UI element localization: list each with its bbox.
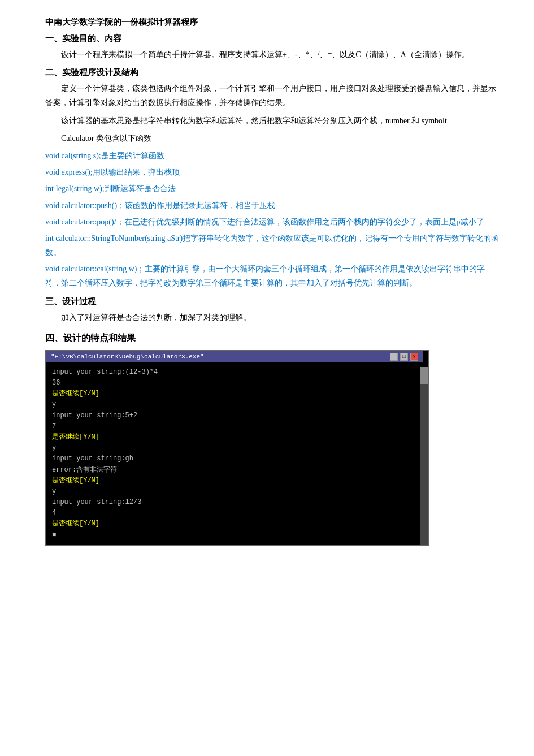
terminal-window: "F:\VB\calculator3\Debug\calculator3.exe… xyxy=(45,350,429,546)
terminal-line-2: 是否继续[Y/N] xyxy=(52,388,417,399)
page-title: 中南大学数学学院的一份模拟计算器程序 xyxy=(45,17,500,28)
section1-para1: 设计一个程序来模拟一个简单的手持计算器。程序支持算术运算+、-、*、/、=、以及… xyxy=(45,47,500,62)
section2-heading: 二、实验程序设计及结构 xyxy=(45,67,500,78)
terminal-line-14: 是否继续[Y/N] xyxy=(52,519,417,529)
code-line-1: void express();用以输出结果，弹出栈顶 xyxy=(45,165,500,179)
terminal-output: input your string:(12-3)*4 36 是否继续[Y/N] … xyxy=(52,367,417,541)
terminal-line-4: input your string:5+2 xyxy=(52,411,417,421)
code-line-0: void cal(string s);是主要的计算函数 xyxy=(45,149,500,163)
section2-para1: 定义一个计算器类，该类包括两个组件对象，一个计算引擎和一个用户接口，用户接口对象… xyxy=(45,81,500,110)
code-line-4: void calculator::pop()/；在已进行优先级判断的情况下进行合… xyxy=(45,215,500,229)
terminal-line-7: y xyxy=(52,443,417,453)
scrollbar-thumb[interactable] xyxy=(420,367,428,384)
section3-para: 加入了对运算符是否合法的判断，加深了对类的理解。 xyxy=(45,310,500,325)
code-line-2: intlegal(string w);判断运算符是否合法 xyxy=(45,182,500,196)
terminal-title-text: "F:\VB\calculator3\Debug\calculator3.exe… xyxy=(51,353,204,360)
code-line-3: void calculator::push()；该函数的作用是记录此运算符，相当… xyxy=(45,198,500,213)
section4-heading: 四、设计的特点和结果 xyxy=(45,332,500,344)
section2-para2: 该计算器的基本思路是把字符串转化为数字和运算符，然后把数字和运算符分别压入两个栈… xyxy=(45,114,500,128)
terminal-line-12: input your string:12/3 xyxy=(52,497,417,508)
close-button[interactable]: ✕ xyxy=(410,353,418,361)
int-keyword: int xyxy=(45,182,54,196)
terminal-line-11: y xyxy=(52,486,417,497)
section1-heading: 一、实验目的、内容 xyxy=(45,33,500,44)
terminal-line-6: 是否继续[Y/N] xyxy=(52,432,417,443)
scrollbar[interactable] xyxy=(420,367,428,545)
terminal-line-1: 36 xyxy=(52,378,417,388)
terminal-line-10: 是否继续[Y/N] xyxy=(52,476,417,486)
window-controls[interactable]: _ □ ✕ xyxy=(390,353,418,361)
code-line-2-rest: legal(string w);判断运算符是否合法 xyxy=(56,182,176,196)
terminal-line-9: error:含有非法字符 xyxy=(52,465,417,476)
section2-para3: Calculator 类包含以下函数 xyxy=(45,131,500,145)
code-line-5: int calculator::StringToNumber(string aS… xyxy=(45,231,500,260)
terminal-line-5: 7 xyxy=(52,421,417,432)
terminal-titlebar: "F:\VB\calculator3\Debug\calculator3.exe… xyxy=(46,351,423,362)
restore-button[interactable]: □ xyxy=(400,353,408,361)
terminal-line-13: 4 xyxy=(52,508,417,519)
terminal-line-3: y xyxy=(52,399,417,410)
terminal-line-0: input your string:(12-3)*4 xyxy=(52,367,417,378)
terminal-line-15: ■ xyxy=(52,530,417,541)
section3-heading: 三、设计过程 xyxy=(45,296,500,307)
minimize-button[interactable]: _ xyxy=(390,353,398,361)
terminal-line-8: input your string:gh xyxy=(52,453,417,464)
code-line-6: void calculator::cal(string w)；主要的计算引擎，由… xyxy=(45,262,500,290)
